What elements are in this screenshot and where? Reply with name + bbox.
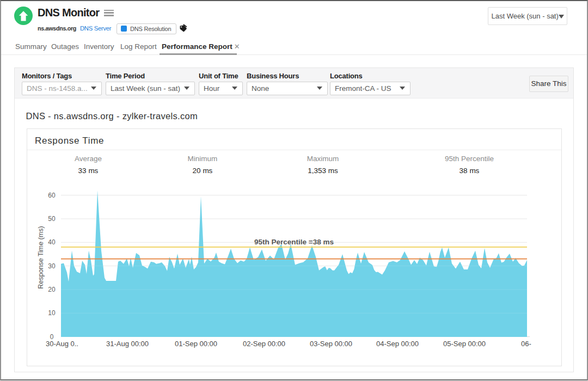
svg-text:30: 30: [48, 262, 56, 270]
svg-text:10: 10: [48, 309, 56, 317]
svg-text:31-Aug 00:00: 31-Aug 00:00: [106, 340, 149, 348]
svg-text:20: 20: [48, 286, 56, 293]
svg-text:95th Percentile =38 ms: 95th Percentile =38 ms: [254, 238, 334, 246]
svg-text:03-Sep 00:00: 03-Sep 00:00: [310, 340, 352, 348]
svg-text:40: 40: [48, 238, 56, 246]
svg-text:01-Sep 00:00: 01-Sep 00:00: [175, 340, 217, 348]
svg-text:05-Sep 00:00: 05-Sep 00:00: [443, 340, 486, 348]
svg-text:04-Sep 00:00: 04-Sep 00:00: [376, 340, 419, 348]
svg-text:Response Time (ms): Response Time (ms): [37, 226, 45, 288]
svg-text:06-: 06-: [521, 340, 531, 348]
svg-text:50: 50: [48, 215, 56, 223]
svg-text:02-Sep 00:00: 02-Sep 00:00: [243, 340, 285, 348]
svg-text:60: 60: [48, 192, 56, 199]
svg-text:30-Aug 0..: 30-Aug 0..: [46, 340, 78, 348]
